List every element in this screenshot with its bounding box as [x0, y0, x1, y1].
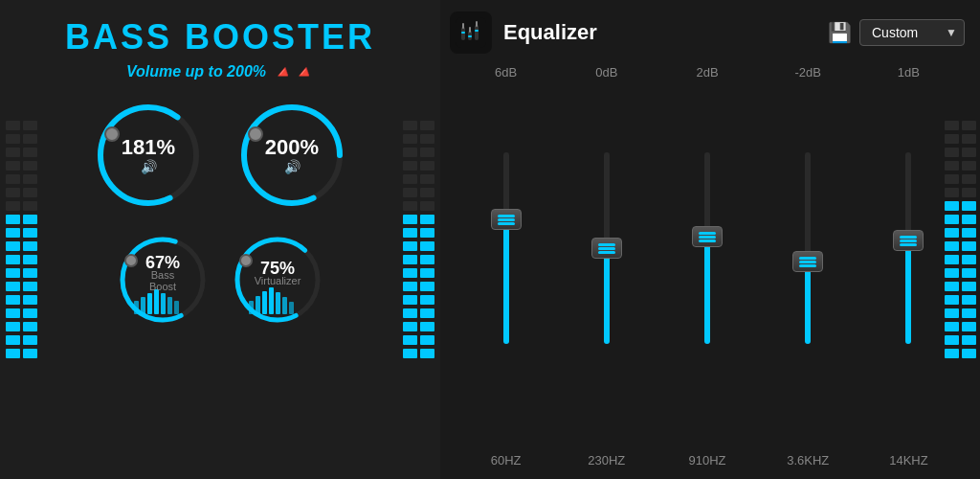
left-viz-row [0, 228, 43, 238]
left-viz-row [0, 188, 43, 197]
slider-handle-910hz[interactable] [692, 226, 723, 247]
svg-rect-31 [475, 25, 479, 40]
svg-rect-22 [276, 292, 280, 314]
virtualizer-knob[interactable]: 75% Virtualizer [230, 232, 325, 328]
db-label-0: 6dB [456, 65, 556, 80]
svg-rect-21 [269, 287, 274, 314]
left-viz-row [0, 322, 43, 331]
right-viz-row [940, 148, 980, 157]
svg-point-25 [240, 255, 252, 266]
right-viz-row [940, 174, 980, 184]
slider-handle-60hz[interactable] [491, 209, 522, 230]
left-panel-right-viz-row [397, 255, 440, 264]
slider-fill-60hz [503, 225, 509, 344]
svg-rect-10 [147, 293, 152, 314]
slider-track-14000hz[interactable] [905, 152, 911, 344]
eq-app-icon [450, 11, 492, 54]
svg-rect-20 [262, 291, 267, 314]
freq-label-1: 230HZ [556, 453, 657, 468]
eq-slider-col-3600hz [758, 152, 858, 382]
left-panel-right-viz-row [397, 201, 440, 211]
right-viz-row [940, 121, 980, 130]
left-panel-right-viz-row [397, 241, 440, 251]
right-viz-row [940, 201, 980, 211]
slider-handle-3600hz[interactable] [792, 251, 823, 272]
left-viz-row [0, 349, 43, 358]
svg-point-15 [125, 255, 137, 266]
right-viz-row [940, 295, 980, 305]
svg-rect-33 [461, 32, 465, 34]
svg-rect-34 [468, 35, 472, 37]
left-panel-right-viz [397, 0, 440, 479]
eq-header: Equalizer 💾 Custom Normal Pop Rock Jazz … [450, 11, 965, 54]
left-viz-row [0, 161, 43, 171]
right-viz-row [940, 228, 980, 238]
svg-point-5 [249, 127, 262, 141]
left-panel-right-viz-row [397, 295, 440, 305]
left-panel-right-viz-row [397, 121, 440, 130]
volume-knob2[interactable]: 200% 🔊 [234, 98, 349, 213]
svg-rect-28 [462, 23, 464, 29]
left-viz-row [0, 308, 43, 318]
slider-track-3600hz[interactable] [805, 152, 811, 344]
right-viz-row [940, 282, 980, 291]
left-panel-right-viz-row [397, 282, 440, 291]
arrow-icon: 🔺🔺 [272, 61, 314, 82]
slider-fill-3600hz [805, 263, 811, 344]
bass-boost-text: 67% Bass Boost [139, 253, 187, 292]
equalizer-panel: Equalizer 💾 Custom Normal Pop Rock Jazz … [440, 0, 980, 479]
freq-label-0: 60HZ [456, 453, 556, 468]
svg-rect-19 [256, 296, 260, 314]
speaker2-icon: 🔊 [265, 159, 319, 174]
left-panel: BASS BOOSTER Volume up to 200% 🔺🔺 181% 🔊 [0, 0, 440, 479]
left-panel-right-viz-row [397, 335, 440, 345]
right-viz-row [940, 134, 980, 144]
right-viz-row [940, 188, 980, 197]
svg-point-2 [105, 127, 119, 141]
virtualizer-container: 75% Virtualizer [230, 232, 325, 328]
left-panel-right-viz-row [397, 228, 440, 238]
svg-rect-32 [476, 21, 478, 27]
svg-rect-35 [475, 30, 479, 32]
volume-knob-container: 181% 🔊 [91, 98, 206, 213]
right-visualizer [940, 0, 980, 479]
left-viz-row [0, 121, 43, 130]
slider-track-910hz[interactable] [704, 152, 710, 344]
slider-handle-14000hz[interactable] [893, 230, 924, 251]
right-viz-row [940, 215, 980, 224]
main-knobs-row: 181% 🔊 200% 🔊 [91, 98, 349, 213]
left-viz-row [0, 295, 43, 305]
svg-rect-11 [154, 289, 159, 314]
left-viz-row [0, 268, 43, 278]
svg-rect-8 [134, 301, 139, 314]
slider-track-60hz[interactable] [503, 152, 509, 344]
eq-sliders-area [450, 87, 965, 447]
svg-rect-23 [282, 297, 287, 314]
left-panel-right-viz-row [397, 322, 440, 331]
left-panel-right-viz-row [397, 174, 440, 184]
eq-title: Equalizer [503, 20, 816, 45]
volume-knob[interactable]: 181% 🔊 [91, 98, 206, 213]
right-viz-row [940, 322, 980, 331]
bass-boost-knob[interactable]: 67% Bass Boost [115, 232, 211, 328]
freq-label-3: 3.6KHZ [758, 453, 858, 468]
knob1-text: 181% 🔊 [122, 136, 175, 174]
right-viz-row [940, 161, 980, 171]
db-label-1: 0dB [556, 65, 657, 80]
slider-handle-230hz[interactable] [591, 238, 622, 259]
db-label-3: -2dB [758, 65, 858, 80]
eq-slider-col-60hz [456, 152, 556, 382]
eq-slider-col-910hz [657, 152, 757, 382]
virtualizer-text: 75% Virtualizer [255, 259, 301, 286]
knob2-text: 200% 🔊 [265, 136, 319, 174]
volume-knob2-container: 200% 🔊 [234, 98, 349, 213]
left-viz-row [0, 148, 43, 157]
right-viz-row [940, 255, 980, 264]
left-panel-right-viz-row [397, 268, 440, 278]
svg-rect-30 [469, 27, 471, 33]
slider-track-230hz[interactable] [604, 152, 610, 344]
save-icon[interactable]: 💾 [828, 21, 852, 44]
app-title: BASS BOOSTER [65, 17, 375, 57]
svg-rect-13 [167, 297, 172, 314]
right-viz-row [940, 308, 980, 318]
